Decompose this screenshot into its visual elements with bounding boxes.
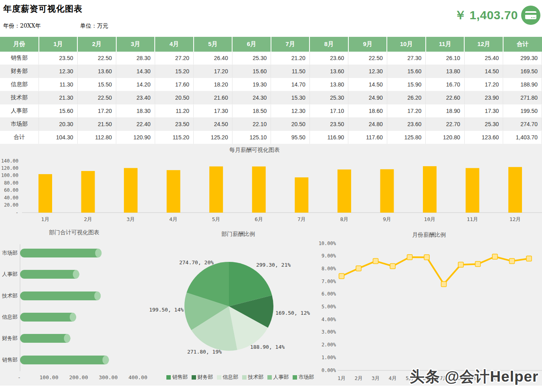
value-cell[interactable]: 17.20 <box>464 78 503 91</box>
value-cell[interactable]: 26.10 <box>426 52 465 65</box>
value-cell[interactable]: 120.90 <box>116 131 155 144</box>
value-cell[interactable]: 125.10 <box>232 131 271 144</box>
value-cell[interactable]: 27.20 <box>155 52 194 65</box>
value-cell[interactable]: 21.60 <box>194 91 233 105</box>
value-cell[interactable]: 14.20 <box>116 78 155 91</box>
column-header[interactable]: 9月 <box>348 37 387 52</box>
value-cell[interactable]: 25.40 <box>464 52 503 65</box>
value-cell[interactable]: 24.50 <box>194 118 233 131</box>
value-cell[interactable]: 13.80 <box>426 65 465 78</box>
value-cell[interactable]: 25.30 <box>464 118 503 131</box>
column-header[interactable]: 6月 <box>232 37 271 52</box>
value-cell[interactable]: 12.30 <box>39 65 78 78</box>
value-cell[interactable]: 23.50 <box>155 118 194 131</box>
value-cell[interactable]: 120.80 <box>426 131 465 144</box>
value-cell[interactable]: 18.60 <box>348 105 387 118</box>
row-label-cell[interactable]: 信息部 <box>0 78 39 91</box>
value-cell[interactable]: 11.30 <box>39 78 78 91</box>
value-cell[interactable]: 20.30 <box>39 118 78 131</box>
value-cell[interactable]: 188.90 <box>503 78 542 91</box>
value-cell[interactable]: 23.50 <box>309 118 348 131</box>
value-cell[interactable]: 20.50 <box>155 91 194 105</box>
value-cell[interactable]: 26.40 <box>194 52 233 65</box>
column-header[interactable]: 8月 <box>309 37 348 52</box>
value-cell[interactable]: 26.20 <box>387 91 426 105</box>
column-header[interactable]: 5月 <box>194 37 233 52</box>
value-cell[interactable]: 15.90 <box>387 78 426 91</box>
value-cell[interactable]: 13.60 <box>309 65 348 78</box>
value-cell[interactable]: 17.10 <box>309 105 348 118</box>
value-cell[interactable]: 18.20 <box>194 78 233 91</box>
value-cell[interactable]: 116.90 <box>309 131 348 144</box>
value-cell[interactable]: 27.30 <box>387 52 426 65</box>
row-label-cell[interactable]: 合计 <box>0 131 39 144</box>
value-cell[interactable]: 14.30 <box>116 65 155 78</box>
value-cell[interactable]: 22.70 <box>426 118 465 131</box>
value-cell[interactable]: 22.10 <box>232 118 271 131</box>
value-cell[interactable]: 22.50 <box>77 52 116 65</box>
value-cell[interactable]: 28.30 <box>116 52 155 65</box>
value-cell[interactable]: 17.30 <box>464 105 503 118</box>
value-cell[interactable]: 271.80 <box>503 91 542 105</box>
value-cell[interactable]: 23.50 <box>39 52 78 65</box>
value-cell[interactable]: 117.60 <box>348 131 387 144</box>
column-header[interactable]: 4月 <box>155 37 194 52</box>
value-cell[interactable]: 25.30 <box>309 91 348 105</box>
row-label-cell[interactable]: 市场部 <box>0 118 39 131</box>
value-cell[interactable]: 24.80 <box>348 118 387 131</box>
value-cell[interactable]: 21.20 <box>271 52 310 65</box>
value-cell[interactable]: 13.60 <box>77 65 116 78</box>
value-cell[interactable]: 123.60 <box>464 131 503 144</box>
value-cell[interactable]: 22.40 <box>116 118 155 131</box>
value-cell[interactable]: 23.60 <box>309 52 348 65</box>
value-cell[interactable]: 23.60 <box>387 118 426 131</box>
value-cell[interactable]: 19.30 <box>232 78 271 91</box>
value-cell[interactable]: 14.50 <box>464 65 503 78</box>
value-cell[interactable]: 21.50 <box>77 118 116 131</box>
value-cell[interactable]: 299.30 <box>503 52 542 65</box>
value-cell[interactable]: 24.30 <box>232 91 271 105</box>
value-cell[interactable]: 23.90 <box>464 91 503 105</box>
value-cell[interactable]: 22.50 <box>348 52 387 65</box>
column-header[interactable]: 月份 <box>0 37 39 52</box>
value-cell[interactable]: 16.70 <box>426 78 465 91</box>
row-label-cell[interactable]: 财务部 <box>0 65 39 78</box>
value-cell[interactable]: 18.50 <box>232 105 271 118</box>
value-cell[interactable]: 15.20 <box>155 65 194 78</box>
row-label-cell[interactable]: 销售部 <box>0 52 39 65</box>
column-header[interactable]: 1月 <box>39 37 78 52</box>
value-cell[interactable]: 1,403.70 <box>503 131 542 144</box>
credit-card-icon[interactable] <box>521 6 540 25</box>
value-cell[interactable]: 17.20 <box>77 105 116 118</box>
value-cell[interactable]: 20.50 <box>271 118 310 131</box>
value-cell[interactable]: 104.30 <box>39 131 78 144</box>
row-label-cell[interactable]: 技术部 <box>0 91 39 105</box>
value-cell[interactable]: 274.70 <box>503 118 542 131</box>
value-cell[interactable]: 11.20 <box>155 105 194 118</box>
value-cell[interactable]: 125.20 <box>194 131 233 144</box>
row-label-cell[interactable]: 人事部 <box>0 105 39 118</box>
value-cell[interactable]: 12.30 <box>271 105 310 118</box>
value-cell[interactable]: 112.80 <box>77 131 116 144</box>
value-cell[interactable]: 12.30 <box>348 65 387 78</box>
value-cell[interactable]: 24.90 <box>348 91 387 105</box>
value-cell[interactable]: 18.30 <box>116 105 155 118</box>
column-header[interactable]: 10月 <box>387 37 426 52</box>
value-cell[interactable]: 125.80 <box>387 131 426 144</box>
value-cell[interactable]: 17.20 <box>194 65 233 78</box>
value-cell[interactable]: 15.30 <box>271 91 310 105</box>
column-header[interactable]: 合计 <box>503 37 542 52</box>
value-cell[interactable]: 11.50 <box>271 65 310 78</box>
value-cell[interactable]: 18.90 <box>426 105 465 118</box>
value-cell[interactable]: 13.80 <box>309 78 348 91</box>
value-cell[interactable]: 17.30 <box>194 105 233 118</box>
column-header[interactable]: 7月 <box>271 37 310 52</box>
value-cell[interactable]: 21.30 <box>39 91 78 105</box>
column-header[interactable]: 3月 <box>116 37 155 52</box>
value-cell[interactable]: 23.40 <box>116 91 155 105</box>
column-header[interactable]: 12月 <box>464 37 503 52</box>
value-cell[interactable]: 15.60 <box>39 105 78 118</box>
value-cell[interactable]: 14.70 <box>271 78 310 91</box>
value-cell[interactable]: 22.50 <box>77 91 116 105</box>
column-header[interactable]: 2月 <box>77 37 116 52</box>
